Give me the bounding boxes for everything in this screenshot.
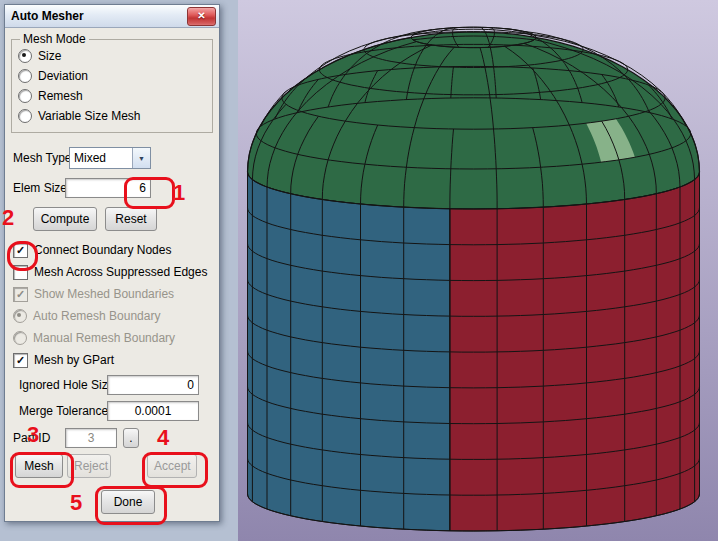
checkbox-icon: ✓ — [13, 243, 28, 258]
radio-button-icon — [13, 331, 27, 345]
checkbox-icon: ✓ — [13, 287, 28, 302]
show-meshed-boundaries-checkbox: ✓ Show Meshed Boundaries — [13, 283, 211, 305]
show-meshed-boundaries-label: Show Meshed Boundaries — [34, 287, 174, 301]
radio-button-icon — [18, 69, 32, 83]
auto-remesh-boundary-label: Auto Remesh Boundary — [33, 309, 160, 323]
control-panel: Auto Mesher ✕ Mesh Mode Size Deviation — [0, 0, 238, 541]
part-id-browse-button[interactable]: . — [123, 428, 139, 448]
radio-button-icon — [18, 49, 32, 63]
auto-remesh-boundary-radio: Auto Remesh Boundary — [13, 305, 211, 327]
radio-deviation-label: Deviation — [38, 69, 88, 83]
mesh-by-gpart-checkbox[interactable]: ✓ Mesh by GPart — [13, 349, 211, 371]
options-section: ✓ Connect Boundary Nodes Mesh Across Sup… — [13, 239, 211, 371]
manual-remesh-boundary-label: Manual Remesh Boundary — [33, 331, 175, 345]
reject-button: Reject — [67, 454, 111, 478]
radio-button-icon — [18, 109, 32, 123]
accept-button: Accept — [147, 454, 197, 478]
close-icon: ✕ — [197, 11, 205, 21]
3d-viewport[interactable] — [238, 0, 718, 541]
radio-button-icon — [18, 89, 32, 103]
merge-tolerance-label: Merge Tolerance — [13, 404, 107, 418]
mesh-type-combo[interactable]: Mixed ▼ — [69, 147, 151, 169]
combo-dropdown-button[interactable]: ▼ — [132, 148, 150, 168]
manual-remesh-boundary-radio: Manual Remesh Boundary — [13, 327, 211, 349]
mesh-by-gpart-label: Mesh by GPart — [34, 353, 114, 367]
mesh-mode-group: Mesh Mode Size Deviation Remesh — [11, 32, 213, 133]
application-window: Auto Mesher ✕ Mesh Mode Size Deviation — [0, 0, 718, 541]
mesh-type-label: Mesh Type — [13, 151, 69, 165]
elem-size-input[interactable] — [65, 178, 151, 198]
merge-tolerance-input[interactable] — [107, 401, 199, 421]
mesh-across-suppressed-edges-label: Mesh Across Suppressed Edges — [34, 265, 207, 279]
ignored-hole-size-input[interactable] — [107, 375, 199, 395]
checkbox-icon: ✓ — [13, 353, 28, 368]
mesh-mode-group-label: Mesh Mode — [20, 32, 89, 46]
connect-boundary-nodes-label: Connect Boundary Nodes — [34, 243, 171, 257]
radio-deviation[interactable]: Deviation — [18, 66, 206, 86]
dialog-title: Auto Mesher — [11, 9, 84, 23]
radio-button-icon — [13, 309, 27, 323]
dialog-titlebar[interactable]: Auto Mesher ✕ — [5, 5, 219, 28]
part-id-label: Part ID — [13, 431, 59, 445]
radio-remesh-label: Remesh — [38, 89, 83, 103]
elem-size-label: Elem Size — [13, 181, 65, 195]
radio-variable-size-mesh[interactable]: Variable Size Mesh — [18, 106, 206, 126]
radio-size[interactable]: Size — [18, 46, 206, 66]
mesh-across-suppressed-edges-checkbox[interactable]: Mesh Across Suppressed Edges — [13, 261, 211, 283]
mesh-type-value: Mixed — [70, 151, 132, 165]
meshed-dome-model — [238, 0, 718, 541]
auto-mesher-dialog: Auto Mesher ✕ Mesh Mode Size Deviation — [4, 4, 220, 522]
chevron-down-icon: ▼ — [138, 155, 145, 162]
radio-size-label: Size — [38, 49, 61, 63]
radio-variable-size-mesh-label: Variable Size Mesh — [38, 109, 141, 123]
ignored-hole-size-label: Ignored Hole Size — [13, 378, 107, 392]
done-button[interactable]: Done — [101, 490, 155, 514]
compute-button[interactable]: Compute — [33, 207, 97, 231]
connect-boundary-nodes-checkbox[interactable]: ✓ Connect Boundary Nodes — [13, 239, 211, 261]
mesh-button[interactable]: Mesh — [15, 454, 63, 478]
checkbox-icon — [13, 265, 28, 280]
reset-button[interactable]: Reset — [105, 207, 157, 231]
close-button[interactable]: ✕ — [187, 7, 216, 26]
dialog-client-area: Mesh Mode Size Deviation Remesh — [5, 32, 219, 515]
radio-remesh[interactable]: Remesh — [18, 86, 206, 106]
part-id-input — [65, 428, 117, 448]
